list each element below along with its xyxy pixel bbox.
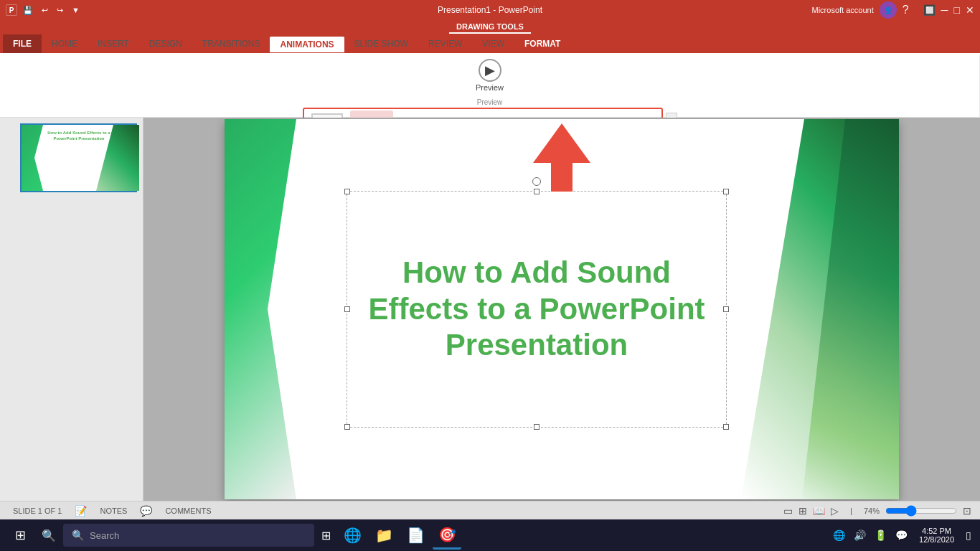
title-bar-left: P 💾 ↩ ↪ ▼ (6, 4, 83, 17)
preview-group: ▶ Preview Preview (0, 55, 980, 106)
status-bar: SLIDE 1 OF 1 📝 NOTES 💬 COMMENTS ▭ ⊞ 📖 ▷ … (0, 501, 980, 519)
slideshow-button[interactable]: ▷ (831, 505, 839, 517)
system-clock[interactable]: 4:52 PM 12/8/2020 (913, 527, 960, 544)
handle-top-right[interactable] (723, 189, 729, 194)
preview-group-label: Preview (477, 98, 503, 106)
notes-icon[interactable]: 📝 (75, 505, 87, 517)
menu-bar: FILE HOME INSERT DESIGN TRANSITIONS ANIM… (0, 34, 980, 53)
ribbon-display-options[interactable]: 🔲 (923, 4, 936, 16)
comments-button[interactable]: COMMENTS (161, 505, 215, 517)
normal-view-button[interactable]: ▭ (783, 505, 793, 517)
drawing-tools-label: DRAWING TOOLS (449, 21, 531, 34)
save-button[interactable]: 💾 (20, 4, 36, 17)
help-button[interactable]: ? (903, 4, 909, 17)
taskbar-search-box[interactable]: 🔍 Search (63, 524, 314, 547)
tab-animations[interactable]: ANIMATIONS (270, 35, 344, 52)
handle-middle-left[interactable] (344, 306, 350, 312)
tab-design[interactable]: DESIGN (139, 35, 192, 52)
animation-arrow-indicator (533, 123, 590, 192)
taskbar-edge-button[interactable]: 🌐 (338, 521, 367, 550)
title-bar: P 💾 ↩ ↪ ▼ Presentation1 - PowerPoint Mic… (0, 0, 980, 20)
tab-transitions[interactable]: TRANSITIONS (192, 35, 270, 52)
thumb-title: How to Add Sound Effects to a PowerPoint… (47, 131, 111, 142)
undo-button[interactable]: ↩ (39, 4, 51, 17)
customize-qat-button[interactable]: ▼ (69, 4, 83, 16)
taskbar-folder-button[interactable]: 📁 (369, 521, 398, 550)
notes-button[interactable]: NOTES (95, 505, 131, 517)
title-bar-right: Microsoft account 👤 ? 🔲 ─ □ ✕ (812, 1, 975, 19)
arrow-up-shape (533, 123, 590, 163)
taskbar: ⊞ 🔍 🔍 Search ⊞ 🌐 📁 📄 🎯 🌐 🔊 🔋 💬 4:52 PM 1… (0, 519, 980, 551)
slide-info[interactable]: SLIDE 1 OF 1 (9, 505, 66, 517)
preview-icon: ▶ (479, 59, 501, 82)
search-icon: 🔍 (72, 529, 84, 541)
slide-sorter-button[interactable]: ⊞ (798, 505, 807, 517)
notification-icon[interactable]: 💬 (892, 529, 910, 541)
start-button[interactable]: ⊞ (6, 521, 34, 550)
drawing-tools-bar: DRAWING TOOLS (0, 20, 980, 34)
task-view-icon[interactable]: ⊞ (317, 526, 335, 545)
minimize-button[interactable]: ─ (941, 4, 948, 16)
clock-date: 12/8/2020 (919, 535, 954, 544)
handle-middle-right[interactable] (723, 306, 729, 312)
handle-bottom-right[interactable] (723, 424, 729, 430)
reading-view-button[interactable]: 📖 (813, 505, 825, 517)
main-content: 1 How to Add Sound Effects to a PowerPoi… (0, 118, 980, 501)
network-icon[interactable]: 🌐 (830, 529, 848, 541)
preview-button[interactable]: ▶ Preview (470, 56, 509, 95)
slide-thumb-bg: How to Add Sound Effects to a PowerPoint… (22, 125, 139, 191)
handle-top-left[interactable] (344, 189, 350, 194)
taskbar-word-button[interactable]: 📄 (401, 521, 430, 550)
tab-insert[interactable]: INSERT (88, 35, 139, 52)
slide-thumbnail[interactable]: How to Add Sound Effects to a PowerPoint… (20, 123, 137, 192)
maximize-button[interactable]: □ (954, 4, 960, 16)
handle-bottom-left[interactable] (344, 424, 350, 430)
search-placeholder: Search (90, 530, 119, 541)
volume-icon[interactable]: 🔊 (851, 529, 869, 541)
tab-review[interactable]: REVIEW (418, 35, 472, 52)
tab-home[interactable]: HOME (42, 35, 88, 52)
slide-deco-left (225, 119, 296, 499)
canvas-area: How to Add Sound Effects to a PowerPoint… (143, 118, 980, 501)
arrow-stem-shape (551, 163, 573, 192)
slide-textbox[interactable]: How to Add Sound Effects to a PowerPoint… (347, 191, 727, 428)
zoom-slider[interactable] (885, 505, 957, 517)
clock-time: 4:52 PM (919, 527, 954, 535)
redo-button[interactable]: ↪ (54, 4, 66, 17)
thumb-deco-left (22, 125, 43, 191)
tab-view[interactable]: VIEW (472, 35, 514, 52)
account-avatar[interactable]: 👤 (880, 1, 897, 19)
close-button[interactable]: ✕ (966, 4, 974, 16)
status-right: ▭ ⊞ 📖 ▷ | 74% ⊡ (783, 505, 971, 517)
task-view-button[interactable]: 🔍 (37, 526, 60, 545)
slide-title: How to Add Sound Effects to a PowerPoint… (347, 248, 726, 370)
file-menu[interactable]: FILE (3, 34, 42, 53)
zoom-level: 74% (864, 507, 880, 515)
status-left: SLIDE 1 OF 1 📝 NOTES 💬 COMMENTS (9, 505, 216, 517)
account-name[interactable]: Microsoft account (812, 6, 874, 14)
taskbar-powerpoint-button[interactable]: 🎯 (433, 521, 461, 550)
taskbar-right: 🌐 🔊 🔋 💬 4:52 PM 12/8/2020 ▯ (830, 527, 974, 544)
tab-slideshow[interactable]: SLIDE SHOW (344, 35, 418, 52)
show-desktop-button[interactable]: ▯ (963, 529, 974, 541)
zoom-separator: | (850, 507, 852, 515)
app-icon: P (6, 4, 17, 16)
battery-icon[interactable]: 🔋 (872, 529, 890, 541)
handle-bottom-center[interactable] (534, 424, 540, 430)
tab-format[interactable]: FORMAT (514, 35, 570, 52)
fit-slide-button[interactable]: ⊡ (963, 505, 971, 517)
comments-icon[interactable]: 💬 (140, 505, 152, 517)
window-title: Presentation1 - PowerPoint (438, 5, 542, 15)
